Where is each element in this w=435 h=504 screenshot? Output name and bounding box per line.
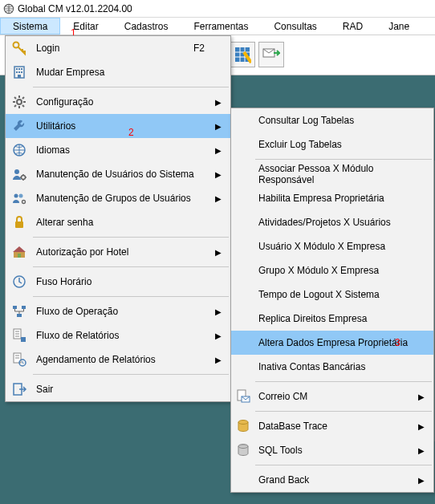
- menu-item-label: Tempo de Logout X Sistema: [255, 289, 416, 300]
- svg-rect-9: [18, 71, 20, 73]
- submenu-arrow-icon: ▶: [416, 476, 427, 485]
- clock-globe-icon: [6, 274, 33, 290]
- menubar-item-label: Cadastros: [124, 21, 169, 32]
- gear-icon: [6, 94, 33, 110]
- submenu-arrow-icon: ▶: [213, 248, 224, 257]
- title-bar: Global CM v12.01.2204.00: [0, 0, 435, 18]
- menu-item-consultar-log-tabelas[interactable]: Consultar Log Tabelas: [231, 108, 433, 132]
- menu-separator: [33, 266, 229, 267]
- menu-bar[interactable]: Sistema Editar Cadastros Ferramentas Con…: [0, 18, 435, 35]
- menu-item-label: Utilitários: [33, 120, 213, 132]
- svg-rect-7: [21, 68, 22, 70]
- menubar-sistema[interactable]: Sistema: [0, 18, 60, 35]
- menubar-item-label: Ferramentas: [193, 21, 248, 32]
- menubar-cadastros[interactable]: Cadastros: [112, 18, 181, 35]
- submenu-arrow-icon: ▶: [213, 356, 224, 364]
- menu-item-grupo-x-m-dulo-x-empresa[interactable]: Grupo X Módulo X Empresa: [231, 258, 433, 282]
- menubar-rad[interactable]: RAD: [330, 18, 376, 35]
- menu-item-utilit-rios[interactable]: Utilitários▶: [6, 114, 230, 138]
- svg-point-17: [19, 194, 23, 198]
- report-flow-icon: [6, 327, 33, 343]
- svg-rect-23: [13, 306, 17, 309]
- menu-item-habilita-empresa-propriet-ria[interactable]: Habilita Empresa Proprietária: [231, 186, 433, 210]
- menu-item-label: Correio CM: [255, 391, 416, 402]
- sql-icon: [231, 442, 255, 458]
- menubar-item-label: RAD: [343, 21, 363, 32]
- menu-item-shortcut: F2: [193, 43, 213, 54]
- svg-rect-6: [18, 68, 20, 70]
- menu-item-configura-o[interactable]: Configuração▶: [6, 90, 230, 114]
- window-title: Global CM v12.01.2204.00: [18, 3, 132, 14]
- menu-item-sair[interactable]: Sair: [6, 377, 230, 401]
- flow-icon: [6, 303, 33, 319]
- menu-separator: [255, 411, 432, 412]
- menu-item-replica-direitos-empresa[interactable]: Replica Direitos Empresa: [231, 307, 433, 331]
- menu-item-label: Grupo X Módulo X Empresa: [255, 265, 416, 276]
- menu-item-tempo-de-logout-x-sistema[interactable]: Tempo de Logout X Sistema: [231, 282, 433, 307]
- hotel-icon: [6, 244, 33, 260]
- svg-point-15: [22, 176, 26, 180]
- menu-item-label: Habilita Empresa Proprietária: [255, 193, 416, 204]
- menu-item-label: Idiomas: [33, 144, 213, 156]
- toolbar-mail-button[interactable]: [258, 42, 284, 67]
- menu-item-label: Login: [33, 43, 193, 54]
- menu-item-excluir-log-tabelas[interactable]: Excluir Log Tabelas: [231, 132, 433, 156]
- menu-item-fuso-hor-rio[interactable]: Fuso Horário: [6, 270, 230, 294]
- menu-item-label: Usuário X Módulo X Empresa: [255, 241, 416, 252]
- group-gear-icon: [6, 190, 33, 206]
- menu-item-autoriza-o-por-hotel[interactable]: Autorização por Hotel▶: [6, 240, 230, 264]
- sistema-menu: LoginF2Mudar EmpresaConfiguração▶Utilitá…: [5, 35, 231, 402]
- menu-item-label: Alterar senha: [33, 217, 213, 228]
- menu-separator: [33, 87, 229, 87]
- menu-item-label: Excluir Log Tabelas: [255, 139, 416, 150]
- menu-item-label: Mudar Empresa: [33, 67, 213, 78]
- menubar-item-label: Jane: [388, 21, 409, 32]
- menu-item-altera-dados-empresa-propriet-ria[interactable]: Altera Dados Empresa Proprietária: [231, 331, 433, 355]
- menu-item-mudar-empresa[interactable]: Mudar Empresa: [6, 60, 230, 84]
- toolbar-grid-button[interactable]: [230, 42, 255, 67]
- menu-item-associar-pessoa-x-m-dulo-respons-vel[interactable]: Associar Pessoa X Módulo Responsável: [231, 162, 433, 186]
- menu-item-label: Inativa Contas Bancárias: [255, 361, 416, 372]
- menu-item-label: Manutenção de Grupos de Usuários: [33, 193, 213, 204]
- menu-item-fluxo-de-relat-rios[interactable]: Fluxo de Relatórios▶: [6, 323, 230, 348]
- menu-item-label: Agendamento de Relatórios: [33, 354, 213, 365]
- exit-icon: [6, 381, 33, 397]
- svg-rect-5: [16, 68, 18, 70]
- svg-rect-8: [16, 71, 18, 73]
- menu-separator: [33, 237, 229, 238]
- menubar-editar[interactable]: Editar: [60, 18, 111, 35]
- menu-item-inativa-contas-banc-rias[interactable]: Inativa Contas Bancárias: [231, 355, 433, 379]
- app-globe-icon: [3, 3, 14, 14]
- wrench-icon: [6, 118, 33, 134]
- submenu-arrow-icon: ▶: [213, 98, 224, 107]
- menubar-ferramentas[interactable]: Ferramentas: [181, 18, 261, 35]
- utilitarios-submenu: Consultar Log TabelasExcluir Log Tabelas…: [230, 108, 434, 493]
- menu-item-manuten-o-de-usu-rios-do-sistema[interactable]: Manutenção de Usuários do Sistema▶: [6, 162, 230, 186]
- menu-item-label: Configuração: [33, 96, 213, 108]
- menu-item-label: Fuso Horário: [33, 276, 213, 287]
- submenu-arrow-icon: ▶: [213, 307, 224, 316]
- menu-item-alterar-senha[interactable]: Alterar senha: [6, 210, 230, 234]
- menu-item-sql-tools[interactable]: SQL Tools▶: [231, 438, 433, 462]
- svg-point-16: [14, 194, 18, 198]
- key-icon: [6, 40, 33, 56]
- menu-item-login[interactable]: LoginF2: [6, 36, 230, 60]
- menubar-consultas[interactable]: Consultas: [261, 18, 329, 35]
- menu-item-fluxo-de-opera-o[interactable]: Fluxo de Operação▶: [6, 299, 230, 323]
- users-gear-icon: [6, 166, 33, 182]
- submenu-arrow-icon: ▶: [213, 146, 224, 155]
- menu-item-manuten-o-de-grupos-de-usu-rios[interactable]: Manutenção de Grupos de Usuários▶: [6, 186, 230, 210]
- menu-item-agendamento-de-relat-rios[interactable]: Agendamento de Relatórios▶: [6, 348, 230, 372]
- menu-separator: [33, 296, 229, 297]
- menu-item-idiomas[interactable]: Idiomas▶: [6, 138, 230, 162]
- report-clock-icon: [6, 352, 33, 368]
- submenu-arrow-icon: ▶: [213, 170, 224, 179]
- menu-item-label: Replica Direitos Empresa: [255, 313, 416, 324]
- menu-item-correio-cm[interactable]: Correio CM▶: [231, 384, 433, 408]
- menu-item-database-trace[interactable]: DataBase Trace▶: [231, 414, 433, 438]
- menubar-jane[interactable]: Jane: [376, 18, 413, 35]
- menu-item-usu-rio-x-m-dulo-x-empresa[interactable]: Usuário X Módulo X Empresa: [231, 234, 433, 258]
- annotation-2: 2: [128, 127, 134, 138]
- menu-item-grand-back[interactable]: Grand Back▶: [231, 468, 433, 492]
- menu-item-atividades-projetos-x-usu-rios[interactable]: Atividades/Projetos X Usuários: [231, 210, 433, 234]
